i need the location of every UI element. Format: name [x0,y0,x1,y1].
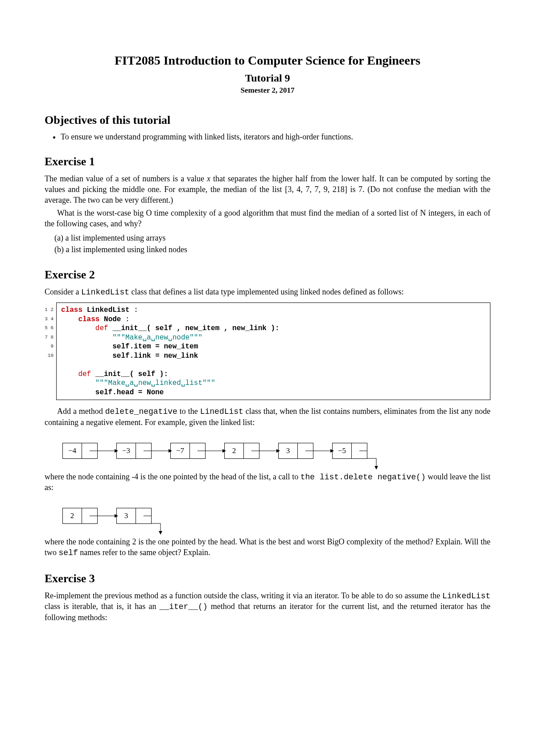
arrow-icon [98,443,116,458]
node-pointer [352,443,367,458]
node-value: 3 [279,443,298,458]
ex2-text: to the [177,407,200,416]
objectives-list: To ensure we understand programming with… [61,132,490,142]
exercise-1-sublist: (a) a list implemented using arrays (b) … [54,233,490,255]
ex1-text: The median value of a set of numbers is … [45,174,207,183]
linked-list-node: −3 [116,443,152,459]
node-value: −5 [333,443,352,458]
exercise-1-paragraph-1: The median value of a set of numbers is … [45,174,490,205]
node-value: 2 [225,443,244,458]
objective-item: To ensure we understand programming with… [61,132,490,142]
document-page: FIT2085 Introduction to Computer Science… [0,0,535,756]
arrow-icon [313,443,332,458]
ex1-text: What is the worst-case big O time comple… [45,208,490,228]
linked-list-node: −4 [62,443,98,459]
ex2-text: Consider a [45,287,81,296]
exercise-2-intro: Consider a LinkedList class that defines… [45,287,490,298]
node-pointer [82,443,97,458]
linked-list-node: 2 [224,443,259,459]
linked-list-node: 2 [62,508,98,524]
arrow-icon [259,443,278,458]
arrow-icon [206,443,224,458]
ex2-text: names refer to the same object? Explain. [78,548,210,557]
code-inline-linkedlist: LinkedList [442,592,490,601]
node-pointer [298,443,313,458]
code-inline-iter: __iter__() [160,602,208,611]
node-value: 3 [117,508,136,523]
ex2-text: Add a method [57,407,105,416]
code-listing: 1 2 3 4 5 6 7 8 9 10 class LinkedList : … [45,302,490,400]
linked-list-node: −7 [170,443,206,459]
node-pointer [82,508,97,523]
ex2-text: where the node containing -4 is the one … [45,472,300,481]
ex3-text: class is iterable, that is, it has an [45,602,160,611]
exercise-3-heading: Exercise 3 [45,572,490,585]
line-numbers: 1 2 3 4 5 6 7 8 9 10 [45,302,56,400]
node-pointer [136,443,151,458]
linked-list-node: 3 [278,443,313,459]
node-value: −3 [117,443,136,458]
code-inline-self: self [59,548,78,557]
arrow-icon [98,508,116,523]
semester-label: Semester 2, 2017 [45,86,490,95]
linked-list-diagram-2: 23 [62,505,490,527]
exercise-2-middle: where the node containing -4 is the one … [45,472,490,494]
course-title: FIT2085 Introduction to Computer Science… [45,53,490,68]
objectives-heading: Objectives of this tutorial [45,114,490,127]
variable-x: x [207,174,210,183]
node-value: 2 [63,508,82,523]
exercise-3-paragraph: Re-implement the previous method as a fu… [45,591,490,623]
code-inline-linedlist: LinedList [200,407,243,416]
title-block: FIT2085 Introduction to Computer Science… [45,53,490,95]
node-pointer [244,443,259,458]
code-body: class LinkedList : class Node : def __in… [56,302,490,400]
code-inline-linkedlist: LinkedList [81,288,129,297]
exercise-1-paragraph-2: What is the worst-case big O time comple… [45,208,490,229]
ex1-item-a: (a) a list implemented using arrays [54,233,490,244]
linked-list-node: −5 [332,443,367,459]
ex3-text: Re-implement the previous method as a fu… [45,591,442,600]
ex2-text: class that defines a list data type impl… [129,287,404,296]
node-pointer [136,508,151,523]
tutorial-number: Tutorial 9 [45,72,490,84]
node-value: −4 [63,443,82,458]
code-inline-call: the list.delete negative() [300,473,426,482]
svg-marker-25 [159,531,162,535]
exercise-2-heading: Exercise 2 [45,268,490,282]
arrow-icon [152,443,170,458]
exercise-1-heading: Exercise 1 [45,155,490,168]
code-inline-delete-negative: delete_negative [105,407,177,416]
svg-marker-18 [374,466,378,470]
exercise-2-after-list: where the node containing 2 is the one p… [45,537,490,559]
node-pointer [190,443,205,458]
exercise-2-after-code: Add a method delete_negative to the Line… [45,406,490,428]
linked-list-node: 3 [116,508,152,524]
ex1-item-b: (b) a list implemented using linked node… [54,245,490,255]
linked-list-diagram-1: −4−3−723−5 [62,440,490,462]
node-value: −7 [171,443,190,458]
